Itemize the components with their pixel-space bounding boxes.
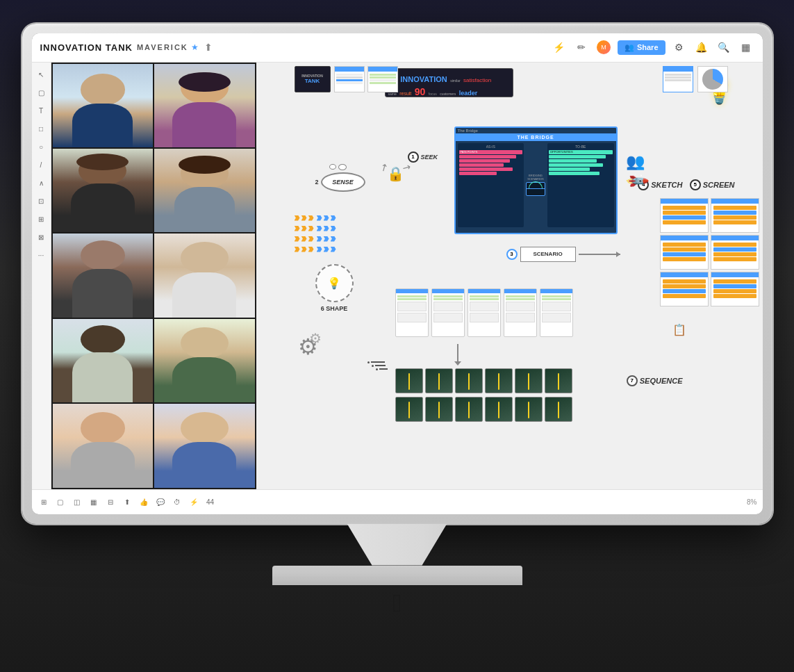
dt-row-23 (713, 289, 756, 293)
arc-tool[interactable]: ∧ (34, 177, 48, 190)
bottom-frame-icon[interactable]: ▢ (54, 495, 67, 508)
shape-text: SHAPE (326, 305, 347, 312)
pen-tool[interactable]: / (34, 158, 48, 172)
chev-blue-1 (317, 215, 322, 221)
dt-header-5 (661, 272, 708, 277)
road-thumb-8 (425, 397, 453, 422)
data-table-5 (660, 272, 709, 306)
road-line-7 (408, 402, 410, 418)
scenario-number: 3 (506, 249, 518, 260)
upload-icon[interactable]: ⬆ (204, 42, 213, 53)
participant-cell (53, 149, 154, 232)
settings-icon[interactable]: ⚙ (671, 39, 688, 56)
bottom-counter-icon[interactable]: 44 (204, 495, 217, 508)
bottom-chat-icon[interactable]: 💬 (154, 495, 167, 508)
chev-10 (295, 247, 300, 252)
pie-chart (702, 69, 723, 90)
scenario-card-4 (504, 288, 537, 337)
bell-icon[interactable]: 🔔 (693, 39, 710, 56)
bottom-lightning-icon[interactable]: ⚡ (188, 495, 200, 508)
participant-cell (53, 64, 154, 147)
dt-row-1 (663, 206, 706, 210)
opp-bar-4 (549, 167, 590, 171)
scenario-cards-row (395, 288, 573, 337)
dt-row-20 (663, 294, 706, 298)
lock-icon: 🔒 ↗ ↗ (387, 165, 404, 182)
opp-bar-3 (549, 163, 603, 167)
edit-icon[interactable]: ✏ (573, 39, 590, 56)
sequence-step: 7 SEQUENCE (627, 375, 683, 386)
dt-header-4 (711, 236, 759, 240)
road-line-1 (408, 373, 410, 390)
screen-label: SCREEN (703, 181, 735, 189)
resize-tool[interactable]: ⊠ (34, 231, 48, 245)
duplicate-tool[interactable]: ⊡ (34, 195, 48, 208)
dt-row-15 (713, 252, 756, 256)
sense-container: 2 SENSE (315, 172, 365, 192)
bottom-table-icon[interactable]: ⊟ (104, 495, 117, 508)
chev-blue-7 (317, 236, 322, 242)
chevron-row-7 (295, 247, 314, 252)
bottom-layout-icon[interactable]: ▦ (88, 495, 100, 508)
participant-cell (53, 233, 154, 317)
zoom-percent: 8% (747, 498, 756, 506)
participant-photo-6 (154, 233, 255, 317)
bridge-visual (526, 182, 545, 196)
search-icon[interactable]: 🔍 (716, 39, 732, 56)
bridge-card: The Bridge THE BRIDGE AS-IS PAIN POINTS (454, 126, 618, 234)
bottom-bar: ⊞ ▢ ◫ ▦ ⊟ ⬆ 👍 💬 ⏱ ⚡ 44 8% (32, 489, 763, 514)
circle-tool[interactable]: ○ (34, 140, 48, 154)
opp-bar-1 (549, 155, 606, 158)
dt-row-2 (663, 211, 706, 215)
scenario-step: 3 SCENARIO (506, 247, 620, 262)
text-tool[interactable]: T (34, 104, 48, 118)
sequence-label: SEQUENCE (640, 377, 683, 385)
brand-subtitle: MAVERICK (137, 43, 188, 51)
dt-row-22 (713, 284, 756, 288)
group-icon: 👥 (626, 153, 645, 171)
avatar-icon[interactable]: M (595, 39, 612, 56)
scenario-card-2 (431, 288, 465, 337)
chevron-row-2 (317, 215, 336, 221)
canvas-area[interactable]: 💡 ✦ ✦ ✦ things INNOVATION similar satisf… (256, 63, 763, 489)
opportunities-bar-label: OPPORTUNITIES (549, 150, 613, 154)
road-thumb-4 (485, 368, 513, 393)
road-thumb-3 (455, 368, 483, 393)
participant-cell (53, 404, 154, 487)
participant-cell (154, 404, 255, 487)
dt-row-6 (713, 211, 756, 215)
gears-decoration: ⚙ ⚙ (298, 334, 318, 360)
left-toolbar: ↖ ▢ T □ ○ / ∧ ⊡ ⊞ ⊠ ··· (32, 63, 51, 489)
participant-photo-8 (154, 319, 255, 402)
bottom-grid-icon[interactable]: ⊞ (38, 495, 50, 508)
filter-icon[interactable]: ⚡ (551, 39, 568, 56)
frame-tool[interactable]: ▢ (34, 86, 48, 100)
data-table-3 (660, 235, 709, 270)
bottom-panel-icon[interactable]: ◫ (71, 495, 83, 508)
opp-bar-2 (549, 159, 597, 163)
dt-header-2 (711, 199, 759, 204)
bottom-export-icon[interactable]: ⬆ (121, 495, 133, 508)
dot-1 (367, 361, 370, 363)
chev-2 (301, 215, 307, 221)
road-line-2 (438, 373, 440, 390)
bottom-timer-icon[interactable]: ⏱ (171, 495, 183, 508)
arrow-row-3 (376, 368, 388, 370)
down-arrowhead (454, 361, 461, 369)
dt-body-1 (661, 204, 708, 227)
bridge-title: THE BRIDGE (456, 133, 616, 141)
share-button[interactable]: 👥 Share (618, 40, 665, 55)
more-tool[interactable]: ··· (34, 249, 48, 263)
screen-content: INNOVATION TANK MAVERICK ★ ⬆ ⚡ ✏ M 👥 Sha… (32, 33, 763, 514)
chev-blue-4 (317, 226, 322, 231)
bridging-label: BRIDGING SCENARIOS (525, 174, 546, 181)
table-tool[interactable]: ⊞ (34, 213, 48, 227)
cursor-tool[interactable]: ↖ (34, 68, 48, 82)
bottom-like-icon[interactable]: 👍 (138, 495, 150, 508)
layout-icon[interactable]: ▦ (738, 39, 754, 56)
chev-3 (308, 215, 314, 221)
road-thumb-2 (425, 368, 453, 393)
monitor-wrapper: INNOVATION TANK MAVERICK ★ ⬆ ⚡ ✏ M 👥 Sha… (15, 24, 779, 649)
rectangle-tool[interactable]: □ (34, 122, 48, 136)
line-2 (375, 365, 386, 366)
